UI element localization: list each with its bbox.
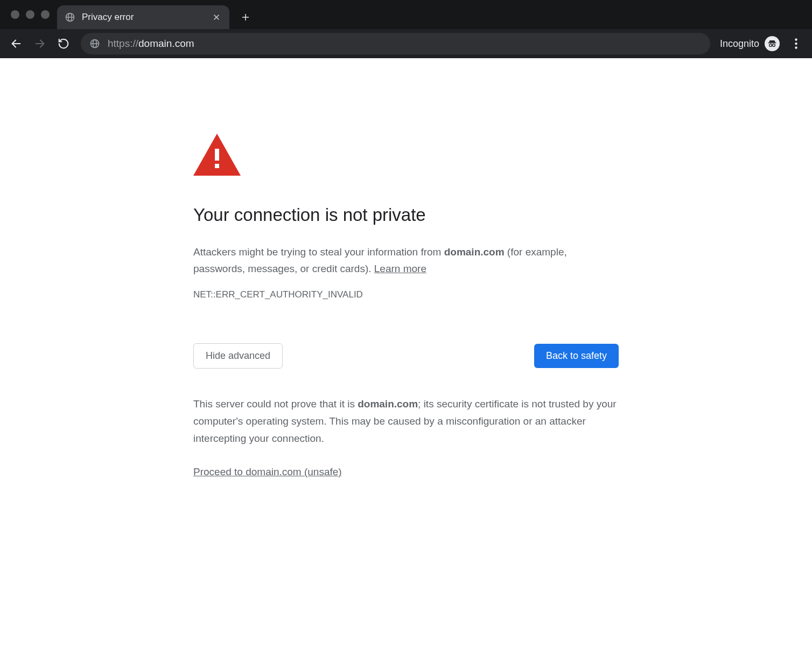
browser-tab[interactable]: Privacy error (57, 5, 229, 29)
tab-strip: Privacy error (0, 0, 812, 29)
browser-menu-button[interactable] (785, 33, 807, 54)
window-minimize[interactable] (26, 10, 34, 19)
url-scheme: https:// (108, 38, 138, 49)
advanced-domain: domain.com (358, 398, 418, 410)
address-bar[interactable]: https://domain.com (81, 33, 710, 54)
warning-triangle-icon (193, 134, 241, 176)
nav-back-button[interactable] (5, 33, 27, 54)
learn-more-link[interactable]: Learn more (374, 263, 426, 274)
button-row: Hide advanced Back to safety (193, 343, 619, 369)
error-code: NET::ERR_CERT_AUTHORITY_INVALID (193, 289, 619, 300)
toolbar: https://domain.com Incognito (0, 29, 812, 58)
browser-chrome: Privacy error (0, 0, 812, 58)
incognito-indicator[interactable]: Incognito (717, 36, 783, 51)
reload-button[interactable] (53, 33, 74, 54)
svg-point-14 (773, 44, 775, 47)
warning-domain: domain.com (444, 246, 505, 258)
svg-rect-21 (215, 164, 219, 168)
svg-rect-12 (768, 43, 776, 44)
svg-rect-20 (215, 149, 219, 161)
tab-title: Privacy error (82, 12, 205, 23)
window-maximize[interactable] (41, 10, 50, 19)
svg-point-18 (795, 46, 797, 48)
svg-point-17 (795, 43, 797, 45)
svg-point-13 (769, 44, 772, 47)
back-to-safety-button[interactable]: Back to safety (534, 344, 619, 368)
incognito-icon (765, 36, 780, 51)
incognito-label: Incognito (720, 38, 759, 50)
headline: Your connection is not private (193, 205, 619, 225)
site-info-icon[interactable] (89, 38, 100, 49)
url-text: https://domain.com (108, 38, 194, 50)
window-controls (5, 0, 57, 29)
security-interstitial: Your connection is not private Attackers… (193, 134, 619, 645)
warning-text-pre: Attackers might be trying to steal your … (193, 246, 444, 258)
svg-point-16 (795, 38, 797, 40)
window-close[interactable] (11, 10, 19, 19)
advanced-text-pre: This server could not prove that it is (193, 398, 358, 410)
new-tab-button[interactable] (236, 8, 255, 27)
warning-paragraph: Attackers might be trying to steal your … (193, 244, 619, 278)
page-viewport: Your connection is not private Attackers… (0, 58, 812, 645)
tab-close-button[interactable] (211, 12, 222, 23)
url-host: domain.com (138, 38, 194, 49)
advanced-explanation: This server could not prove that it is d… (193, 396, 619, 448)
toggle-advanced-button[interactable]: Hide advanced (193, 343, 283, 369)
proceed-unsafe-link[interactable]: Proceed to domain.com (unsafe) (193, 466, 342, 478)
nav-forward-button[interactable] (29, 33, 51, 54)
globe-icon (65, 12, 75, 23)
